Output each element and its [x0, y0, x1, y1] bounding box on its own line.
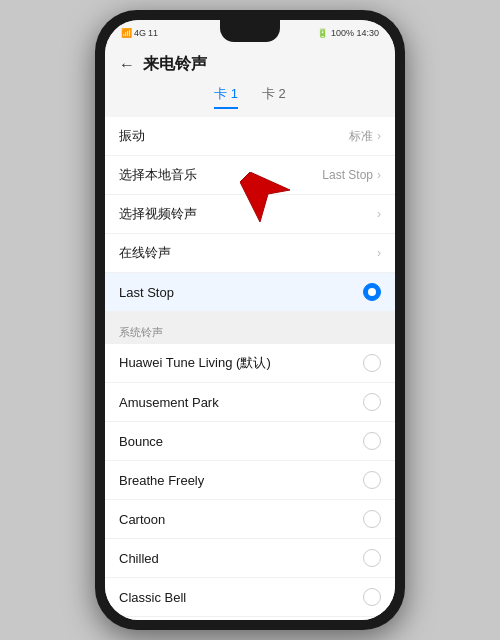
vibration-label: 振动 [119, 127, 145, 145]
video-ringtone-right: › [377, 207, 381, 221]
ringtone-label: Classic Bell [119, 590, 186, 605]
local-music-right: Last Stop › [322, 168, 381, 182]
status-left: 📶 4G 11 [121, 28, 158, 38]
ringtone-radio [363, 510, 381, 528]
list-item[interactable]: Breathe Freely [105, 461, 395, 500]
tab-card1[interactable]: 卡 1 [214, 85, 238, 109]
ringtone-radio [363, 354, 381, 372]
list-item[interactable]: Cartoon [105, 500, 395, 539]
video-ringtone-label: 选择视频铃声 [119, 205, 197, 223]
tab-card2[interactable]: 卡 2 [262, 85, 286, 109]
page-title: 来电铃声 [143, 54, 207, 75]
chevron-icon-3: › [377, 207, 381, 221]
notch [220, 20, 280, 42]
back-button[interactable]: ← [119, 56, 135, 74]
list-item[interactable]: Huawei Tune Living (默认) [105, 344, 395, 383]
ringtone-label: Cartoon [119, 512, 165, 527]
last-stop-label: Last Stop [119, 285, 174, 300]
tab-bar: 卡 1 卡 2 [105, 81, 395, 117]
ringtone-label: Amusement Park [119, 395, 219, 410]
ringtone-radio [363, 588, 381, 606]
last-stop-radio [363, 283, 381, 301]
scroll-area[interactable]: 振动 标准 › 选择本地音乐 Last Stop › 选择视频铃声 [105, 117, 395, 620]
header: ← 来电铃声 [105, 46, 395, 81]
vibration-value: 标准 [349, 128, 373, 145]
ringtone-label: Chilled [119, 551, 159, 566]
online-ringtone-right: › [377, 246, 381, 260]
status-right: 🔋 100% 14:30 [317, 28, 379, 38]
ringtone-radio [363, 393, 381, 411]
signal-icon: 📶 [121, 28, 132, 38]
vibration-right: 标准 › [349, 128, 381, 145]
list-item[interactable]: Chilled [105, 539, 395, 578]
list-item[interactable]: Amusement Park [105, 383, 395, 422]
local-music-value: Last Stop [322, 168, 373, 182]
video-ringtone-row[interactable]: 选择视频铃声 › [105, 195, 395, 234]
list-item[interactable]: Concentrate [105, 617, 395, 620]
ringtone-radio [363, 432, 381, 450]
online-ringtone-label: 在线铃声 [119, 244, 171, 262]
chevron-icon-2: › [377, 168, 381, 182]
last-stop-row[interactable]: Last Stop [105, 273, 395, 311]
ringtone-label: Bounce [119, 434, 163, 449]
ringtone-radio [363, 471, 381, 489]
local-music-label: 选择本地音乐 [119, 166, 197, 184]
phone-frame: 📶 4G 11 🔋 100% 14:30 ← 来电铃声 卡 1 卡 2 [95, 10, 405, 630]
battery-percent-left: 11 [148, 28, 158, 38]
system-ringtones-label: 系统铃声 [105, 317, 395, 344]
chevron-icon: › [377, 129, 381, 143]
ringtones-group: Huawei Tune Living (默认) Amusement Park B… [105, 344, 395, 620]
vibration-row[interactable]: 振动 标准 › [105, 117, 395, 156]
ringtone-radio [363, 549, 381, 567]
ringtone-label: Huawei Tune Living (默认) [119, 354, 271, 372]
local-music-row[interactable]: 选择本地音乐 Last Stop › [105, 156, 395, 195]
list-item[interactable]: Classic Bell [105, 578, 395, 617]
online-ringtone-row[interactable]: 在线铃声 › [105, 234, 395, 273]
time-display: 🔋 100% 14:30 [317, 28, 379, 38]
chevron-icon-4: › [377, 246, 381, 260]
settings-group: 振动 标准 › 选择本地音乐 Last Stop › 选择视频铃声 [105, 117, 395, 311]
list-item[interactable]: Bounce [105, 422, 395, 461]
ringtone-label: Breathe Freely [119, 473, 204, 488]
phone-screen: 📶 4G 11 🔋 100% 14:30 ← 来电铃声 卡 1 卡 2 [105, 20, 395, 620]
network-type: 4G [134, 28, 146, 38]
